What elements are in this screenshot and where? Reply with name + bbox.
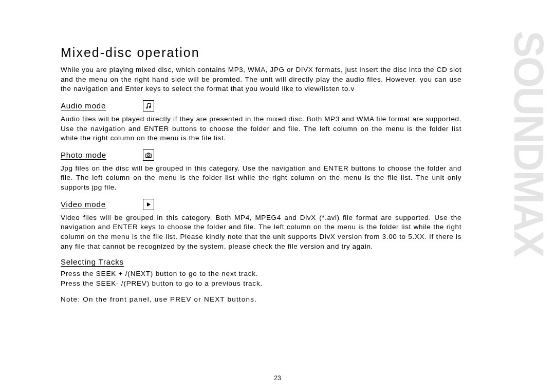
audio-mode-heading: Audio mode (61, 101, 143, 110)
svg-point-3 (147, 155, 150, 157)
page-title: Mixed-disc operation (61, 45, 461, 60)
audio-mode-header-row: Audio mode (61, 100, 461, 111)
play-icon (143, 199, 154, 210)
camera-icon (143, 150, 154, 161)
brand-watermark: SOUNDMAX (511, 31, 547, 256)
svg-rect-2 (146, 154, 152, 157)
video-mode-heading: Video mode (61, 200, 143, 209)
selecting-tracks-header-row: Selecting Tracks (61, 257, 461, 266)
photo-mode-header-row: Photo mode (61, 150, 461, 161)
tracks-line2: Press the SEEK- /(PREV) button to go to … (61, 279, 461, 289)
audio-mode-body: Audio files will be played directly if t… (61, 115, 461, 143)
video-mode-body: Video files will be grouped in this cate… (61, 213, 461, 252)
page-number: 23 (274, 375, 281, 382)
photo-mode-heading: Photo mode (61, 151, 143, 159)
content-area: Mixed-disc operation While you are playi… (61, 45, 461, 305)
photo-mode-body: Jpg files on the disc will be grouped in… (61, 164, 461, 193)
selecting-tracks-heading: Selecting Tracks (61, 257, 143, 266)
manual-page: Mixed-disc operation While you are playi… (0, 0, 555, 392)
tracks-note: Note: On the front panel, use PREV or NE… (61, 295, 461, 305)
intro-paragraph: While you are playing mixed disc, which … (61, 65, 461, 94)
video-mode-header-row: Video mode (61, 199, 461, 210)
music-note-icon (143, 100, 154, 111)
tracks-line1: Press the SEEK + /(NEXT) button to go to… (61, 269, 461, 279)
svg-marker-4 (147, 202, 151, 207)
svg-point-1 (149, 106, 151, 108)
selecting-tracks-body: Press the SEEK + /(NEXT) button to go to… (61, 269, 461, 289)
svg-point-0 (146, 107, 147, 108)
